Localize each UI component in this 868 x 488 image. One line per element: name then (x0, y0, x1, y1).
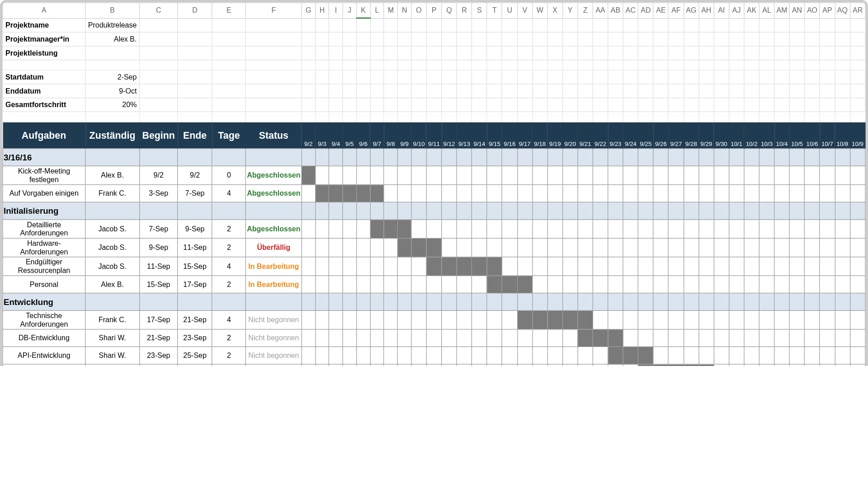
cell[interactable] (774, 84, 789, 98)
col-header[interactable]: Z (578, 3, 593, 18)
gantt-cell[interactable] (789, 257, 804, 276)
gantt-cell[interactable] (517, 202, 532, 220)
cell[interactable] (178, 84, 212, 98)
gantt-cell[interactable] (623, 166, 638, 184)
cell[interactable] (533, 18, 547, 32)
gantt-cell[interactable] (789, 220, 804, 238)
cell[interactable] (343, 46, 356, 60)
cell[interactable] (426, 70, 441, 84)
cell[interactable] (744, 46, 759, 60)
task-owner[interactable]: Jacob S. (85, 220, 140, 238)
cell[interactable] (759, 60, 774, 70)
cell[interactable] (411, 84, 426, 98)
gantt-cell[interactable] (302, 202, 315, 220)
cell[interactable] (805, 112, 820, 122)
gantt-cell[interactable] (502, 185, 517, 202)
gantt-cell[interactable] (578, 364, 593, 366)
cell[interactable] (302, 98, 315, 112)
cell[interactable] (547, 98, 562, 112)
cell[interactable] (139, 60, 178, 70)
gantt-cell[interactable] (533, 166, 547, 184)
cell[interactable] (85, 202, 140, 220)
cell[interactable] (623, 84, 638, 98)
task-status[interactable]: Abgeschlossen (246, 185, 302, 202)
col-header[interactable]: Y (562, 3, 577, 18)
gantt-cell[interactable] (744, 364, 759, 366)
gantt-cell[interactable] (805, 276, 820, 293)
gantt-cell[interactable] (669, 149, 684, 166)
cell[interactable] (442, 112, 457, 122)
cell[interactable] (789, 32, 804, 46)
gantt-bar-cell[interactable] (370, 220, 384, 238)
cell[interactable] (638, 46, 653, 60)
gantt-cell[interactable] (562, 364, 577, 366)
gantt-cell[interactable] (562, 347, 577, 364)
cell[interactable] (502, 112, 517, 122)
gantt-bar-cell[interactable] (487, 257, 502, 276)
gantt-cell[interactable] (623, 149, 638, 166)
cell[interactable] (533, 32, 547, 46)
cell[interactable] (669, 18, 684, 32)
task-end[interactable]: 9/2 (178, 166, 212, 184)
cell[interactable] (593, 18, 608, 32)
gantt-cell[interactable] (805, 220, 820, 238)
cell[interactable] (789, 84, 804, 98)
cell[interactable] (85, 149, 140, 166)
gantt-cell[interactable] (608, 293, 623, 311)
gantt-cell[interactable] (669, 310, 684, 329)
cell[interactable] (699, 18, 714, 32)
gantt-bar-cell[interactable] (608, 329, 623, 347)
cell[interactable] (744, 18, 759, 32)
gantt-cell[interactable] (562, 238, 577, 257)
gantt-cell[interactable] (774, 257, 789, 276)
gantt-cell[interactable] (442, 149, 457, 166)
gantt-bar-cell[interactable] (397, 238, 411, 257)
gantt-cell[interactable] (547, 166, 562, 184)
cell[interactable] (315, 98, 329, 112)
cell[interactable] (370, 98, 384, 112)
cell[interactable] (729, 98, 744, 112)
cell[interactable] (653, 46, 668, 60)
gantt-cell[interactable] (729, 364, 744, 366)
col-header[interactable]: AM (774, 3, 789, 18)
gantt-bar-cell[interactable] (533, 310, 547, 329)
gantt-bar-cell[interactable] (593, 329, 608, 347)
cell[interactable] (774, 32, 789, 46)
gantt-cell[interactable] (315, 293, 329, 311)
cell[interactable] (472, 32, 487, 46)
cell[interactable] (669, 84, 684, 98)
cell[interactable] (835, 60, 850, 70)
task-end[interactable]: 17-Sep (178, 276, 212, 293)
cell[interactable] (246, 84, 302, 98)
col-header[interactable]: AL (759, 3, 774, 18)
task-start[interactable]: 21-Sep (139, 329, 178, 347)
gantt-cell[interactable] (714, 364, 729, 366)
gantt-cell[interactable] (623, 364, 638, 366)
gantt-cell[interactable] (457, 185, 472, 202)
gantt-cell[interactable] (384, 238, 397, 257)
cell[interactable] (533, 112, 547, 122)
cell[interactable] (820, 70, 835, 84)
cell[interactable] (533, 84, 547, 98)
cell[interactable] (547, 70, 562, 84)
task-name[interactable]: Hardware-Anforderungen (3, 238, 85, 257)
gantt-bar-cell[interactable] (562, 310, 577, 329)
gantt-cell[interactable] (744, 347, 759, 364)
gantt-cell[interactable] (562, 293, 577, 311)
col-header[interactable]: AQ (835, 3, 850, 18)
cell[interactable] (517, 84, 532, 98)
cell[interactable] (178, 60, 212, 70)
gantt-cell[interactable] (343, 220, 356, 238)
cell[interactable] (638, 60, 653, 70)
gantt-cell[interactable] (578, 238, 593, 257)
col-header[interactable]: AC (623, 3, 638, 18)
gantt-bar-cell[interactable] (487, 276, 502, 293)
cell[interactable] (411, 18, 426, 32)
gantt-cell[interactable] (593, 185, 608, 202)
gantt-cell[interactable] (820, 310, 835, 329)
gantt-cell[interactable] (302, 293, 315, 311)
task-start[interactable]: 3-Sep (139, 185, 178, 202)
task-status[interactable]: Nicht begonnen (246, 347, 302, 364)
gantt-cell[interactable] (426, 310, 441, 329)
gantt-cell[interactable] (472, 310, 487, 329)
